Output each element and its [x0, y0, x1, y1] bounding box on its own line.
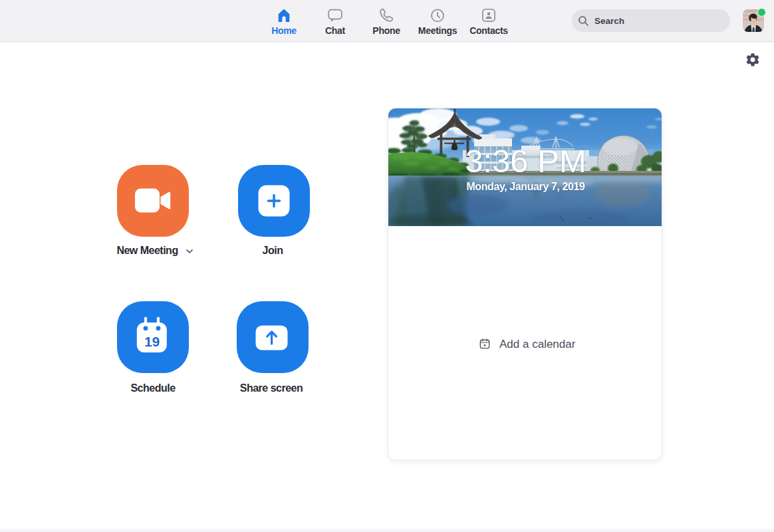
svg-text:19: 19: [144, 334, 160, 349]
